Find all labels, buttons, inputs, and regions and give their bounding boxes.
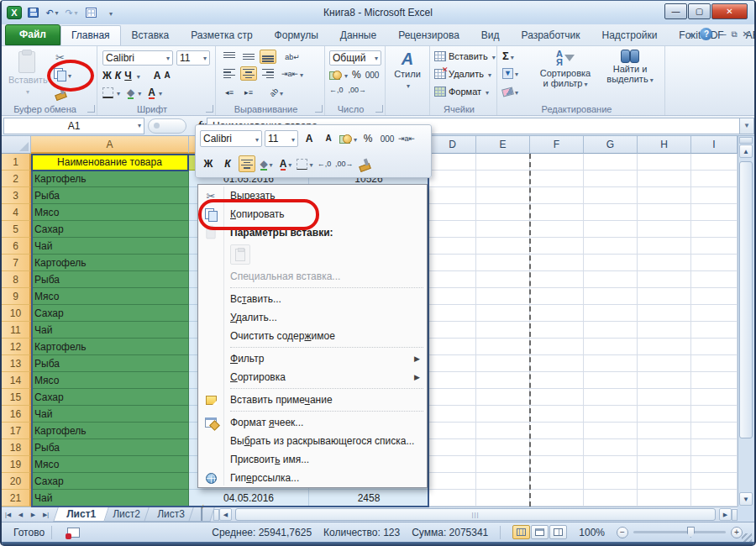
- cell-D6[interactable]: [429, 238, 476, 255]
- zoom-slider-thumb[interactable]: [687, 527, 695, 538]
- cell-F3[interactable]: [530, 187, 584, 204]
- vertical-scrollbar[interactable]: ▲ ▼: [738, 136, 753, 507]
- cell-F8[interactable]: [530, 271, 584, 288]
- comma-style-button[interactable]: 000: [365, 71, 380, 80]
- align-bottom-button[interactable]: [260, 50, 276, 64]
- cell-I17[interactable]: [691, 423, 738, 439]
- row-header-21[interactable]: 21: [2, 490, 31, 507]
- cell-F5[interactable]: [530, 221, 584, 238]
- cell-I16[interactable]: [691, 406, 738, 423]
- close-button[interactable]: ✕: [711, 3, 748, 19]
- cell-F2[interactable]: [530, 171, 584, 187]
- cell-A20[interactable]: Сахар: [31, 473, 189, 490]
- select-all-corner[interactable]: [2, 136, 31, 154]
- cell-E1[interactable]: [476, 154, 530, 171]
- cell-H14[interactable]: [638, 372, 691, 389]
- autosum-button[interactable]: Σ: [502, 50, 514, 62]
- page-layout-view-button[interactable]: [531, 525, 549, 539]
- cell-F16[interactable]: [530, 406, 584, 423]
- row-header-18[interactable]: 18: [2, 439, 31, 456]
- cell-B21[interactable]: 04.05.2016: [189, 490, 309, 507]
- row-header-15[interactable]: 15: [2, 389, 31, 406]
- decrease-indent-button[interactable]: ◂≡: [221, 85, 238, 99]
- menu-item-формат-ячеек[interactable]: Формат ячеек...: [198, 413, 427, 432]
- cell-A14[interactable]: Мясо: [31, 372, 189, 389]
- redo-dropdown[interactable]: [73, 8, 78, 17]
- cell-G18[interactable]: [584, 439, 638, 456]
- menu-item-вставить[interactable]: Вставить...: [198, 290, 427, 308]
- menu-item-вырезать[interactable]: ✂Вырезать: [198, 186, 427, 205]
- menu-item-вставить-примечание[interactable]: Вставить примечание: [198, 391, 427, 409]
- cell-H2[interactable]: [638, 171, 691, 187]
- cell-F18[interactable]: [530, 439, 584, 456]
- cell-F6[interactable]: [530, 238, 584, 255]
- cell-A3[interactable]: Рыба: [31, 187, 189, 204]
- copy-button[interactable]: [54, 68, 71, 81]
- cell-G21[interactable]: [584, 490, 638, 507]
- cell-G4[interactable]: [584, 204, 638, 221]
- cell-E9[interactable]: [476, 288, 530, 305]
- cell-D20[interactable]: [429, 473, 476, 490]
- mini-font-family-combo[interactable]: Calibri: [200, 130, 262, 147]
- scroll-down-button[interactable]: ▼: [739, 492, 753, 506]
- cell-F4[interactable]: [530, 204, 584, 221]
- paste-option-button[interactable]: [230, 244, 250, 265]
- clipboard-dialog-launcher[interactable]: [87, 105, 95, 113]
- row-header-3[interactable]: 3: [2, 187, 31, 204]
- mini-comma-button[interactable]: 000: [379, 130, 396, 147]
- cell-H17[interactable]: [638, 423, 691, 439]
- horizontal-split-handle[interactable]: [213, 509, 219, 521]
- clear-button[interactable]: [502, 86, 518, 97]
- tab-вставка[interactable]: Вставка: [121, 25, 181, 45]
- cell-E7[interactable]: [476, 255, 530, 271]
- cell-D9[interactable]: [429, 288, 476, 305]
- align-top-button[interactable]: [221, 50, 238, 64]
- column-header-A[interactable]: A: [31, 136, 189, 154]
- insert-sheet-button[interactable]: [188, 507, 215, 522]
- row-header-7[interactable]: 7: [2, 255, 31, 271]
- alignment-dialog-launcher[interactable]: [315, 105, 323, 113]
- column-header-E[interactable]: E: [476, 136, 530, 154]
- cell-I11[interactable]: [691, 322, 738, 339]
- cell-E15[interactable]: [476, 389, 530, 406]
- scroll-left-button[interactable]: ◀: [219, 508, 232, 521]
- increase-indent-button[interactable]: ▸≡: [240, 85, 257, 99]
- cell-A1[interactable]: Наименование товара: [31, 154, 189, 171]
- paste-button[interactable]: Вставить: [8, 50, 45, 102]
- cell-F10[interactable]: [530, 305, 584, 322]
- menu-item-копировать[interactable]: Копировать: [198, 205, 427, 223]
- accounting-dropdown[interactable]: [343, 69, 348, 81]
- menu-item-гиперссылка[interactable]: Гиперссылка...: [198, 469, 427, 487]
- cell-G10[interactable]: [584, 305, 638, 322]
- cell-A2[interactable]: Картофель: [31, 171, 189, 187]
- mini-align-center-button[interactable]: [239, 155, 255, 172]
- zoom-slider[interactable]: [633, 531, 726, 533]
- cell-E12[interactable]: [476, 339, 530, 355]
- row-header-19[interactable]: 19: [2, 456, 31, 473]
- cell-G16[interactable]: [584, 406, 638, 423]
- column-header-D[interactable]: D: [429, 136, 476, 154]
- cell-G19[interactable]: [584, 456, 638, 473]
- name-box[interactable]: A1▾: [3, 118, 144, 134]
- cell-E2[interactable]: [476, 171, 530, 187]
- fill-color-button[interactable]: ◆: [127, 87, 134, 97]
- cell-F17[interactable]: [530, 423, 584, 439]
- vertical-scroll-thumb[interactable]: [739, 161, 753, 438]
- first-sheet-button[interactable]: |◀: [2, 507, 14, 522]
- row-header-8[interactable]: 8: [2, 271, 31, 288]
- column-header-G[interactable]: G: [584, 136, 638, 154]
- cell-H7[interactable]: [638, 255, 691, 271]
- cell-A18[interactable]: Рыба: [31, 439, 189, 456]
- cell-E6[interactable]: [476, 238, 530, 255]
- row-header-6[interactable]: 6: [2, 238, 31, 255]
- cell-I10[interactable]: [691, 305, 738, 322]
- cell-F7[interactable]: [530, 255, 584, 271]
- restore-button[interactable]: ▢: [688, 3, 711, 19]
- cell-A7[interactable]: Картофель: [31, 255, 189, 271]
- cell-G20[interactable]: [584, 473, 638, 490]
- cell-I14[interactable]: [691, 372, 738, 389]
- cell-D4[interactable]: [429, 204, 476, 221]
- save-button[interactable]: [24, 5, 41, 20]
- cell-D1[interactable]: [429, 154, 476, 171]
- cell-E13[interactable]: [476, 355, 530, 372]
